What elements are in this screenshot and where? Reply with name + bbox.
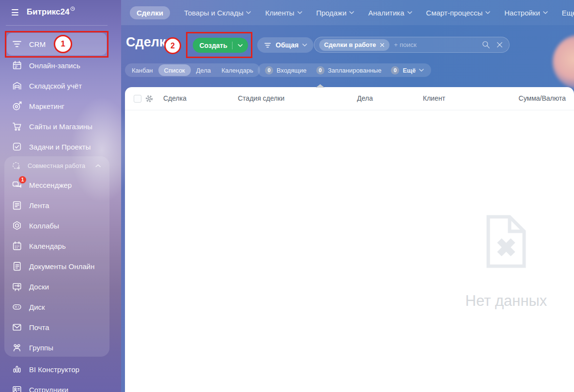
nav-item-smart-processes[interactable]: Смарт-процессы bbox=[426, 9, 491, 17]
collaboration-icon bbox=[12, 161, 21, 170]
counter-planned[interactable]: 0 Запланированные bbox=[311, 66, 387, 75]
filter-chip-deals-in-progress[interactable]: Сделки в работе bbox=[319, 39, 389, 51]
counter-label: Ещё bbox=[403, 67, 416, 74]
nav-item-analytics[interactable]: Аналитика bbox=[368, 9, 412, 17]
sidebar-item-label: BI Конструктор bbox=[29, 365, 79, 374]
sidebar-item-bi-builder[interactable]: BI Конструктор bbox=[0, 359, 121, 379]
annotation-step-1: 1 bbox=[54, 35, 72, 53]
nav-label: Настройки bbox=[504, 9, 540, 17]
sidebar-item-label: Коллабы bbox=[29, 222, 59, 230]
sidebar-item-collabs[interactable]: Коллабы bbox=[4, 215, 109, 236]
nav-item-settings[interactable]: Настройки bbox=[504, 9, 548, 17]
calendar-icon bbox=[12, 241, 22, 251]
nav-item-more[interactable]: Еще bbox=[562, 9, 574, 17]
search-icon[interactable] bbox=[481, 40, 491, 49]
counter-badge: 0 bbox=[391, 66, 399, 75]
sidebar-item-online-booking[interactable]: Онлайн-запись bbox=[0, 55, 121, 75]
tab-activities[interactable]: Дела bbox=[191, 63, 216, 77]
search-input[interactable] bbox=[394, 41, 477, 48]
sidebar-item-warehouse[interactable]: Складской учёт bbox=[0, 75, 121, 96]
sidebar-item-label: Сотрудники bbox=[29, 386, 68, 392]
column-header-deal[interactable]: Сделка bbox=[163, 94, 186, 102]
tab-calendar[interactable]: Календарь bbox=[216, 63, 259, 77]
sidebar-item-label: Складской учёт bbox=[29, 82, 82, 90]
chevron-down-icon bbox=[543, 11, 548, 14]
sidebar-item-label: Доски bbox=[29, 283, 49, 291]
chevron-down-icon bbox=[485, 11, 490, 14]
filter-chip-label: Сделки в работе bbox=[324, 41, 376, 48]
nav-label: Смарт-процессы bbox=[426, 9, 483, 17]
top-navigation: Сделки Товары и Склады Клиенты Продажи А… bbox=[121, 0, 574, 25]
grid-header-row: Сделка Стадия сделки Дела Клиент Сумма/В… bbox=[125, 87, 574, 110]
empty-state-text: Нет данных bbox=[446, 292, 567, 310]
sidebar-item-calendar[interactable]: Календарь bbox=[4, 236, 109, 256]
chevron-down-icon bbox=[349, 11, 354, 14]
sidebar-item-drive[interactable]: Диск bbox=[4, 297, 109, 317]
sidebar-item-mail[interactable]: Почта bbox=[4, 317, 109, 337]
messenger-unread-badge: 1 bbox=[19, 176, 26, 183]
sidebar-divider bbox=[6, 25, 108, 26]
column-header-client[interactable]: Клиент bbox=[423, 94, 445, 102]
funnel-selector[interactable]: Общая bbox=[257, 37, 313, 53]
sidebar-item-feed[interactable]: Лента bbox=[4, 195, 109, 215]
documents-icon bbox=[12, 261, 22, 271]
funnel-selector-label: Общая bbox=[276, 41, 298, 49]
nav-item-sales[interactable]: Продажи bbox=[316, 9, 355, 17]
menu-hamburger-icon[interactable] bbox=[12, 9, 18, 17]
column-header-stage[interactable]: Стадия сделки bbox=[238, 94, 284, 102]
nav-item-clients[interactable]: Клиенты bbox=[265, 9, 302, 17]
tab-label: Канбан bbox=[132, 67, 153, 74]
logo-text: Битрикс24 bbox=[27, 7, 69, 17]
messenger-icon: 1 bbox=[12, 180, 22, 190]
filter-search-bar[interactable]: Сделки в работе bbox=[314, 37, 510, 53]
grid-settings-gear[interactable] bbox=[145, 94, 154, 103]
tab-label: Календарь bbox=[221, 67, 253, 74]
sidebar-item-label: Диск bbox=[29, 303, 45, 311]
mail-icon bbox=[12, 322, 22, 332]
sidebar-item-employees[interactable]: Сотрудники bbox=[0, 379, 121, 392]
sidebar-item-online-documents[interactable]: Документы Онлайн bbox=[4, 256, 109, 276]
sidebar-item-label: Почта bbox=[29, 323, 49, 332]
sidebar-item-boards[interactable]: Доски bbox=[4, 276, 109, 297]
sidebar-header: Битрикс24 bbox=[0, 0, 121, 25]
tab-list[interactable]: Список bbox=[158, 64, 191, 76]
sidebar-item-label: Маркетинг bbox=[29, 102, 64, 110]
chevron-down-icon bbox=[246, 11, 251, 14]
sidebar-item-label: Онлайн-запись bbox=[29, 61, 80, 70]
column-header-amount[interactable]: Сумма/Валюта bbox=[519, 94, 566, 102]
sidebar-item-tasks-projects[interactable]: Задачи и Проекты bbox=[0, 136, 121, 157]
employees-icon bbox=[12, 384, 22, 392]
sidebar-item-groups[interactable]: Группы bbox=[4, 337, 109, 358]
sidebar-item-sites-stores[interactable]: Сайты и Магазины bbox=[0, 116, 121, 136]
counter-label: Запланированные bbox=[328, 67, 382, 74]
marketing-icon bbox=[12, 101, 22, 111]
bitrix24-app: Сделки Товары и Склады Клиенты Продажи А… bbox=[0, 0, 574, 392]
sidebar-item-label: Сайты и Магазины bbox=[29, 122, 93, 131]
sidebar-section-label: Совместная работа bbox=[28, 162, 85, 169]
sidebar-item-label: Мессенджер bbox=[29, 181, 72, 189]
counter-badge: 0 bbox=[316, 66, 325, 75]
sidebar-item-marketing[interactable]: Маркетинг bbox=[0, 96, 121, 116]
nav-label: Аналитика bbox=[368, 9, 404, 17]
tab-kanban[interactable]: Канбан bbox=[126, 63, 158, 77]
counter-more[interactable]: 0 Ещё bbox=[386, 66, 429, 75]
nav-item-products[interactable]: Товары и Склады bbox=[184, 9, 251, 17]
annotation-box-create bbox=[186, 32, 252, 58]
remove-filter-icon[interactable] bbox=[380, 43, 385, 47]
sidebar-item-label: Лента bbox=[29, 201, 49, 210]
counter-incoming[interactable]: 0 Входящие bbox=[260, 66, 311, 75]
nav-item-deals[interactable]: Сделки bbox=[130, 6, 170, 19]
select-all-checkbox[interactable] bbox=[134, 95, 141, 103]
nav-label: Сделки bbox=[137, 9, 163, 17]
chevron-down-icon bbox=[302, 44, 307, 46]
groups-icon bbox=[12, 342, 22, 353]
chevron-down-icon bbox=[297, 11, 302, 14]
clear-search-icon[interactable] bbox=[495, 40, 504, 49]
logo[interactable]: Битрикс24 bbox=[27, 7, 75, 17]
column-header-activities[interactable]: Дела bbox=[357, 94, 373, 102]
sidebar: Битрикс24 CRM Онлайн-запись bbox=[0, 0, 121, 392]
annotation-step-2: 2 bbox=[164, 37, 181, 54]
sidebar-item-messenger[interactable]: 1 Мессенджер bbox=[4, 175, 109, 195]
tasks-icon bbox=[12, 141, 22, 152]
sidebar-section-collaboration[interactable]: Совместная работа bbox=[4, 156, 109, 175]
